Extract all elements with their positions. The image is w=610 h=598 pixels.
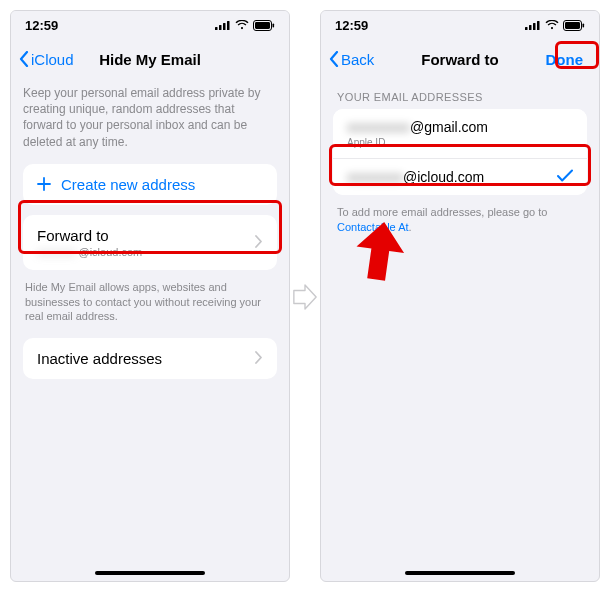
forward-to-domain: @icloud.com xyxy=(79,246,143,258)
email-blur: xxxxxxxx xyxy=(347,169,403,185)
footer-text: To add more email addresses, please go t… xyxy=(337,205,583,236)
forward-to-blur: xxxxxxx xyxy=(37,246,76,258)
screen-content: YOUR EMAIL ADDRESSES xxxxxxxxx@gmail.com… xyxy=(321,79,599,236)
email-list: xxxxxxxxx@gmail.com Apple ID xxxxxxxx@ic… xyxy=(333,109,587,195)
email-row-1[interactable]: xxxxxxxx@icloud.com xyxy=(333,159,587,195)
home-indicator xyxy=(405,571,515,575)
email-address: xxxxxxxxx@gmail.com xyxy=(347,119,488,135)
status-bar: 12:59 xyxy=(321,11,599,39)
status-time: 12:59 xyxy=(335,18,368,33)
svg-rect-9 xyxy=(533,23,536,30)
left-screenshot: 12:59 iCloud Hide My Email Keep your per… xyxy=(10,10,290,582)
wifi-icon xyxy=(235,20,249,30)
description-text: Keep your personal email address private… xyxy=(23,85,277,150)
svg-rect-5 xyxy=(255,22,270,29)
forward-to-label: Forward to xyxy=(37,227,142,244)
forward-to-card: Forward to xxxxxxx @icloud.com xyxy=(23,215,277,270)
chevron-left-icon xyxy=(329,51,339,67)
create-address-label: Create new address xyxy=(61,176,195,193)
email-address: xxxxxxxx@icloud.com xyxy=(347,169,484,185)
chevron-right-icon xyxy=(255,350,263,367)
svg-rect-3 xyxy=(227,21,230,30)
status-indicators xyxy=(525,20,585,31)
helper-text: Hide My Email allows apps, websites and … xyxy=(25,280,275,325)
footer-post: . xyxy=(409,221,412,233)
svg-rect-13 xyxy=(583,23,585,27)
email-domain: @gmail.com xyxy=(410,119,488,135)
wifi-icon xyxy=(545,20,559,30)
back-label: Back xyxy=(341,51,374,68)
inactive-card: Inactive addresses xyxy=(23,338,277,379)
status-time: 12:59 xyxy=(25,18,58,33)
screen-content: Keep your personal email address private… xyxy=(11,79,289,379)
svg-rect-7 xyxy=(525,27,528,30)
inactive-label: Inactive addresses xyxy=(37,350,162,367)
email-sub: Apple ID xyxy=(347,137,488,148)
svg-rect-8 xyxy=(529,25,532,30)
back-button[interactable]: iCloud xyxy=(19,51,74,68)
svg-rect-1 xyxy=(219,25,222,30)
back-label: iCloud xyxy=(31,51,74,68)
svg-rect-0 xyxy=(215,27,218,30)
create-address-card: Create new address xyxy=(23,164,277,205)
nav-bar: iCloud Hide My Email xyxy=(11,39,289,79)
forward-to-value: xxxxxxx @icloud.com xyxy=(37,246,142,258)
right-screenshot: 12:59 Back Forward to Done YOUR EMAIL AD… xyxy=(320,10,600,582)
status-bar: 12:59 xyxy=(11,11,289,39)
forward-to-row[interactable]: Forward to xxxxxxx @icloud.com xyxy=(23,215,277,270)
transition-arrow-icon xyxy=(292,284,318,310)
email-domain: @icloud.com xyxy=(403,169,484,185)
svg-rect-12 xyxy=(565,22,580,29)
svg-rect-2 xyxy=(223,23,226,30)
checkmark-icon xyxy=(557,169,573,185)
chevron-right-icon xyxy=(255,234,263,251)
inactive-addresses-row[interactable]: Inactive addresses xyxy=(23,338,277,379)
email-row-0[interactable]: xxxxxxxxx@gmail.com Apple ID xyxy=(333,109,587,159)
chevron-left-icon xyxy=(19,51,29,67)
battery-icon xyxy=(563,20,585,31)
nav-bar: Back Forward to Done xyxy=(321,39,599,79)
done-button[interactable]: Done xyxy=(538,47,592,72)
section-header: YOUR EMAIL ADDRESSES xyxy=(337,91,583,103)
cellular-icon xyxy=(215,20,231,30)
svg-rect-10 xyxy=(537,21,540,30)
cellular-icon xyxy=(525,20,541,30)
email-blur: xxxxxxxxx xyxy=(347,119,410,135)
battery-icon xyxy=(253,20,275,31)
home-indicator xyxy=(95,571,205,575)
back-button[interactable]: Back xyxy=(329,51,374,68)
footer-pre: To add more email addresses, please go t… xyxy=(337,206,547,218)
contactable-at-link[interactable]: Contactable At xyxy=(337,221,409,233)
svg-rect-6 xyxy=(273,23,275,27)
plus-icon xyxy=(37,177,51,191)
status-indicators xyxy=(215,20,275,31)
create-address-button[interactable]: Create new address xyxy=(23,164,277,205)
